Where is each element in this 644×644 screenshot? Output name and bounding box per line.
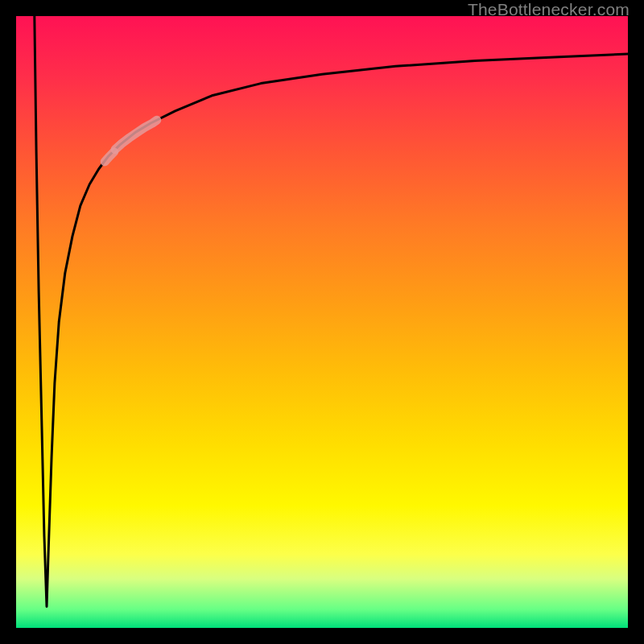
gradient-background — [16, 16, 628, 628]
chart-container: TheBottlenecker.com — [0, 0, 644, 644]
attribution-text: TheBottlenecker.com — [468, 0, 630, 19]
plot-area — [16, 16, 628, 628]
